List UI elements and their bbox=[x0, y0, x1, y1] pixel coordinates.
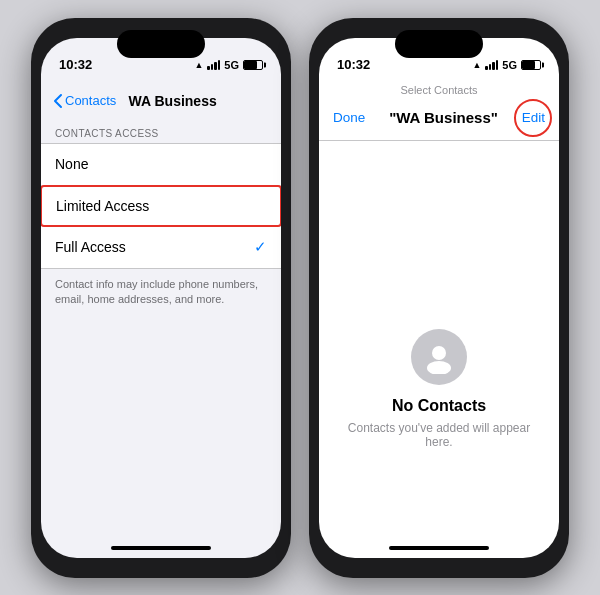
back-button-1[interactable]: Contacts bbox=[53, 93, 116, 109]
nav-title-1: WA Business bbox=[116, 93, 229, 109]
svg-point-1 bbox=[427, 361, 451, 374]
nav-bar-2: Done "WA Business" Edit bbox=[319, 96, 559, 140]
app-name-label: "WA Business" bbox=[389, 109, 498, 126]
battery-icon-1 bbox=[243, 60, 263, 70]
phone-2: 10:32 ▲ 5G Select Contacts bbox=[309, 18, 569, 578]
back-label-1: Contacts bbox=[65, 93, 116, 108]
network-type-2: 5G bbox=[502, 59, 517, 71]
status-icons-2: ▲ 5G bbox=[472, 59, 541, 71]
checkmark-icon: ✓ bbox=[254, 238, 267, 256]
list-item-none[interactable]: None bbox=[41, 144, 281, 186]
edit-button[interactable]: Edit bbox=[522, 110, 545, 125]
footer-text-1: Contact info may include phone numbers, … bbox=[41, 269, 281, 316]
location-icon-2: ▲ bbox=[472, 60, 481, 70]
battery-icon-2 bbox=[521, 60, 541, 70]
dynamic-island-2 bbox=[395, 30, 483, 58]
screen-1: 10:32 ▲ 5G bbox=[41, 38, 281, 558]
person-icon bbox=[422, 340, 456, 374]
nav-bar-1: Contacts WA Business bbox=[41, 82, 281, 120]
location-icon-1: ▲ bbox=[194, 60, 203, 70]
list-item-full-access[interactable]: Full Access ✓ bbox=[41, 226, 281, 268]
edit-button-wrapper: Edit bbox=[522, 110, 545, 125]
section-label-contacts-access: CONTACTS ACCESS bbox=[41, 120, 281, 143]
phone-1: 10:32 ▲ 5G bbox=[31, 18, 291, 578]
signal-bars-1 bbox=[207, 60, 220, 70]
dynamic-island-1 bbox=[117, 30, 205, 58]
list-item-full-label: Full Access bbox=[55, 239, 126, 255]
list-item-limited-access[interactable]: Limited Access bbox=[41, 185, 281, 227]
status-icons-1: ▲ 5G bbox=[194, 59, 263, 71]
screen-2: 10:32 ▲ 5G Select Contacts bbox=[319, 38, 559, 558]
done-button[interactable]: Done bbox=[333, 110, 365, 125]
signal-bars-2 bbox=[485, 60, 498, 70]
list-item-limited-label: Limited Access bbox=[56, 198, 149, 214]
time-1: 10:32 bbox=[59, 57, 92, 72]
time-2: 10:32 bbox=[337, 57, 370, 72]
empty-title: No Contacts bbox=[392, 397, 486, 415]
avatar-placeholder bbox=[411, 329, 467, 385]
list-item-none-label: None bbox=[55, 156, 88, 172]
select-contacts-label: Select Contacts bbox=[319, 84, 559, 96]
empty-state: No Contacts Contacts you've added will a… bbox=[319, 141, 559, 558]
empty-subtitle: Contacts you've added will appear here. bbox=[319, 421, 559, 449]
svg-point-0 bbox=[432, 346, 446, 360]
home-indicator-2 bbox=[389, 546, 489, 550]
contacts-access-list: None Limited Access Full Access ✓ bbox=[41, 143, 281, 269]
network-type-1: 5G bbox=[224, 59, 239, 71]
home-indicator-1 bbox=[111, 546, 211, 550]
